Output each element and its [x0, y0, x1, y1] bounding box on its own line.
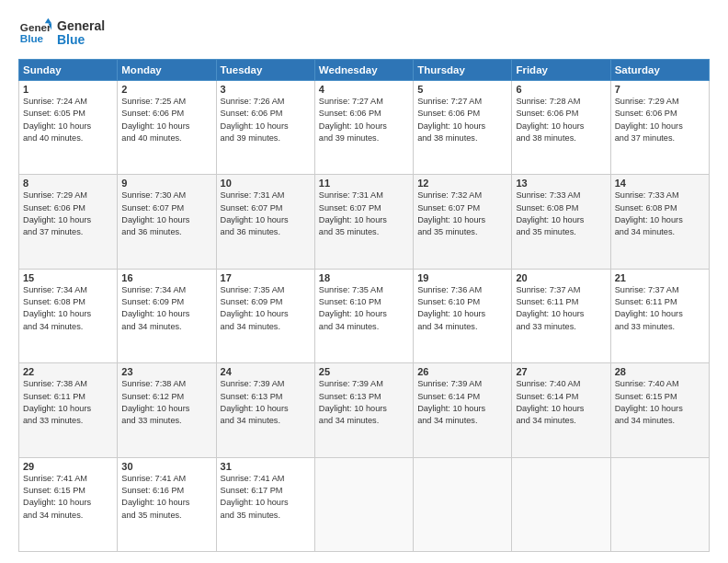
dow-header: Tuesday [216, 60, 314, 81]
dow-header: Friday [512, 60, 610, 81]
calendar-cell: 13Sunrise: 7:33 AM Sunset: 6:08 PM Dayli… [512, 175, 610, 269]
day-number: 1 [23, 84, 113, 95]
day-number: 30 [121, 461, 211, 472]
calendar-cell: 21Sunrise: 7:37 AM Sunset: 6:11 PM Dayli… [610, 269, 709, 362]
logo: General Blue General Blue [18, 17, 105, 50]
calendar-cell [414, 457, 512, 551]
day-number: 16 [121, 272, 211, 283]
day-info: Sunrise: 7:33 AM Sunset: 6:08 PM Dayligh… [615, 190, 705, 238]
day-info: Sunrise: 7:27 AM Sunset: 6:06 PM Dayligh… [319, 96, 409, 144]
calendar-cell: 28Sunrise: 7:40 AM Sunset: 6:15 PM Dayli… [610, 363, 709, 457]
day-number: 15 [23, 272, 113, 283]
day-number: 11 [319, 178, 409, 189]
day-info: Sunrise: 7:39 AM Sunset: 6:13 PM Dayligh… [221, 378, 311, 427]
day-number: 31 [221, 461, 311, 472]
calendar-cell: 27Sunrise: 7:40 AM Sunset: 6:14 PM Dayli… [512, 363, 610, 457]
calendar-cell: 1Sunrise: 7:24 AM Sunset: 6:05 PM Daylig… [19, 81, 118, 175]
calendar-cell: 23Sunrise: 7:38 AM Sunset: 6:12 PM Dayli… [118, 363, 216, 457]
calendar-cell: 2Sunrise: 7:25 AM Sunset: 6:06 PM Daylig… [118, 81, 216, 175]
calendar-cell: 26Sunrise: 7:39 AM Sunset: 6:14 PM Dayli… [414, 363, 512, 457]
day-number: 10 [221, 178, 311, 189]
calendar-cell: 14Sunrise: 7:33 AM Sunset: 6:08 PM Dayli… [610, 175, 709, 269]
day-info: Sunrise: 7:25 AM Sunset: 6:06 PM Dayligh… [121, 96, 211, 144]
day-info: Sunrise: 7:34 AM Sunset: 6:08 PM Dayligh… [23, 284, 113, 333]
day-info: Sunrise: 7:28 AM Sunset: 6:06 PM Dayligh… [516, 96, 606, 144]
svg-text:Blue: Blue [20, 32, 44, 44]
calendar-cell: 9Sunrise: 7:30 AM Sunset: 6:07 PM Daylig… [118, 175, 216, 269]
day-number: 29 [23, 461, 113, 472]
calendar-cell: 11Sunrise: 7:31 AM Sunset: 6:07 PM Dayli… [314, 175, 413, 269]
logo-icon: General Blue [18, 17, 51, 50]
day-info: Sunrise: 7:24 AM Sunset: 6:05 PM Dayligh… [23, 96, 113, 144]
day-number: 23 [121, 366, 211, 377]
day-number: 27 [516, 366, 606, 377]
day-info: Sunrise: 7:33 AM Sunset: 6:08 PM Dayligh… [516, 190, 606, 238]
calendar-cell: 12Sunrise: 7:32 AM Sunset: 6:07 PM Dayli… [414, 175, 512, 269]
calendar-cell: 19Sunrise: 7:36 AM Sunset: 6:10 PM Dayli… [414, 269, 512, 362]
calendar-cell: 29Sunrise: 7:41 AM Sunset: 6:15 PM Dayli… [19, 457, 118, 551]
calendar-cell: 10Sunrise: 7:31 AM Sunset: 6:07 PM Dayli… [216, 175, 314, 269]
dow-header: Monday [118, 60, 216, 81]
day-info: Sunrise: 7:41 AM Sunset: 6:17 PM Dayligh… [221, 473, 311, 522]
day-number: 2 [121, 84, 211, 95]
day-info: Sunrise: 7:37 AM Sunset: 6:11 PM Dayligh… [615, 284, 705, 333]
day-info: Sunrise: 7:37 AM Sunset: 6:11 PM Dayligh… [516, 284, 606, 333]
day-info: Sunrise: 7:27 AM Sunset: 6:06 PM Dayligh… [417, 96, 507, 144]
day-number: 21 [615, 272, 705, 283]
calendar-cell [610, 457, 709, 551]
day-number: 13 [516, 178, 606, 189]
day-number: 12 [417, 178, 507, 189]
calendar-cell: 15Sunrise: 7:34 AM Sunset: 6:08 PM Dayli… [19, 269, 118, 362]
day-info: Sunrise: 7:39 AM Sunset: 6:14 PM Dayligh… [417, 378, 507, 427]
day-number: 26 [417, 366, 507, 377]
calendar-cell: 5Sunrise: 7:27 AM Sunset: 6:06 PM Daylig… [414, 81, 512, 175]
day-number: 22 [23, 366, 113, 377]
day-number: 18 [319, 272, 409, 283]
day-info: Sunrise: 7:31 AM Sunset: 6:07 PM Dayligh… [221, 190, 311, 238]
day-info: Sunrise: 7:30 AM Sunset: 6:07 PM Dayligh… [121, 190, 211, 238]
day-info: Sunrise: 7:41 AM Sunset: 6:16 PM Dayligh… [121, 473, 211, 522]
day-info: Sunrise: 7:29 AM Sunset: 6:06 PM Dayligh… [23, 190, 113, 238]
day-info: Sunrise: 7:38 AM Sunset: 6:11 PM Dayligh… [23, 378, 113, 427]
calendar-cell: 3Sunrise: 7:26 AM Sunset: 6:06 PM Daylig… [216, 81, 314, 175]
day-info: Sunrise: 7:38 AM Sunset: 6:12 PM Dayligh… [121, 378, 211, 427]
calendar-cell: 4Sunrise: 7:27 AM Sunset: 6:06 PM Daylig… [314, 81, 413, 175]
day-info: Sunrise: 7:32 AM Sunset: 6:07 PM Dayligh… [417, 190, 507, 238]
day-number: 5 [417, 84, 507, 95]
calendar-cell: 22Sunrise: 7:38 AM Sunset: 6:11 PM Dayli… [19, 363, 118, 457]
header: General Blue General Blue [18, 17, 710, 50]
dow-header: Wednesday [314, 60, 413, 81]
day-info: Sunrise: 7:26 AM Sunset: 6:06 PM Dayligh… [221, 96, 311, 144]
day-info: Sunrise: 7:31 AM Sunset: 6:07 PM Dayligh… [319, 190, 409, 238]
calendar-cell: 17Sunrise: 7:35 AM Sunset: 6:09 PM Dayli… [216, 269, 314, 362]
day-info: Sunrise: 7:34 AM Sunset: 6:09 PM Dayligh… [121, 284, 211, 333]
day-number: 25 [319, 366, 409, 377]
day-number: 4 [319, 84, 409, 95]
day-info: Sunrise: 7:40 AM Sunset: 6:14 PM Dayligh… [516, 378, 606, 427]
day-number: 24 [221, 366, 311, 377]
logo-blue: Blue [57, 33, 105, 47]
day-number: 6 [516, 84, 606, 95]
day-info: Sunrise: 7:40 AM Sunset: 6:15 PM Dayligh… [615, 378, 705, 427]
day-info: Sunrise: 7:35 AM Sunset: 6:10 PM Dayligh… [319, 284, 409, 333]
day-number: 7 [615, 84, 705, 95]
calendar-cell: 30Sunrise: 7:41 AM Sunset: 6:16 PM Dayli… [118, 457, 216, 551]
day-info: Sunrise: 7:41 AM Sunset: 6:15 PM Dayligh… [23, 473, 113, 522]
day-info: Sunrise: 7:29 AM Sunset: 6:06 PM Dayligh… [615, 96, 705, 144]
day-number: 9 [121, 178, 211, 189]
day-number: 17 [221, 272, 311, 283]
day-number: 20 [516, 272, 606, 283]
day-info: Sunrise: 7:35 AM Sunset: 6:09 PM Dayligh… [221, 284, 311, 333]
dow-header: Thursday [414, 60, 512, 81]
day-number: 14 [615, 178, 705, 189]
calendar: SundayMondayTuesdayWednesdayThursdayFrid… [18, 59, 710, 552]
dow-header: Saturday [610, 60, 709, 81]
day-info: Sunrise: 7:36 AM Sunset: 6:10 PM Dayligh… [417, 284, 507, 333]
calendar-cell: 25Sunrise: 7:39 AM Sunset: 6:13 PM Dayli… [314, 363, 413, 457]
calendar-cell: 16Sunrise: 7:34 AM Sunset: 6:09 PM Dayli… [118, 269, 216, 362]
calendar-cell: 7Sunrise: 7:29 AM Sunset: 6:06 PM Daylig… [610, 81, 709, 175]
day-number: 8 [23, 178, 113, 189]
day-number: 3 [221, 84, 311, 95]
calendar-cell: 31Sunrise: 7:41 AM Sunset: 6:17 PM Dayli… [216, 457, 314, 551]
calendar-cell [314, 457, 413, 551]
